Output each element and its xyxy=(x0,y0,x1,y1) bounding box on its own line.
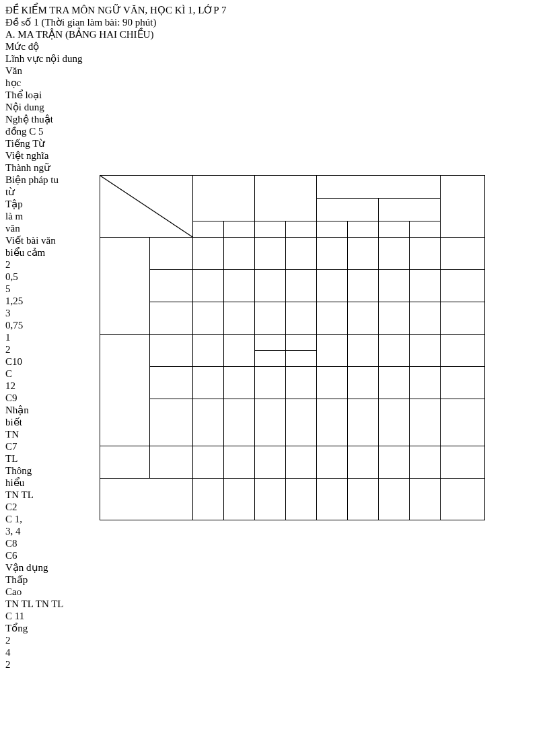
body-cell xyxy=(224,238,255,270)
body-cell xyxy=(193,335,224,367)
text-line: Tổng xyxy=(5,622,544,634)
body-cell xyxy=(348,270,379,302)
body-cell xyxy=(379,302,410,335)
text-line: Nghệ thuật xyxy=(5,113,544,125)
diagonal-header-cell xyxy=(100,176,193,238)
body-cell xyxy=(150,270,193,302)
text-line: C 11 xyxy=(5,610,544,622)
body-cell xyxy=(317,479,348,520)
body-cell xyxy=(193,446,224,479)
text-line: Thể loại xyxy=(5,89,544,101)
text-line: Việt nghĩa xyxy=(5,149,544,162)
body-cell xyxy=(224,479,255,520)
page-title: ĐỀ KIỂM TRA MÔN NGỮ VĂN, HỌC KÌ 1, LỚP 7 xyxy=(5,4,544,16)
header-cell xyxy=(379,199,441,221)
body-cell xyxy=(286,367,317,399)
body-cell xyxy=(379,479,410,520)
body-cell xyxy=(441,302,485,335)
body-cell xyxy=(255,446,286,479)
header-cell xyxy=(286,221,317,238)
body-cell xyxy=(286,302,317,335)
body-cell xyxy=(255,238,286,270)
body-cell xyxy=(379,367,410,399)
body-cell xyxy=(286,479,317,520)
body-cell xyxy=(410,238,441,270)
body-cell xyxy=(348,335,379,367)
body-cell xyxy=(379,446,410,479)
matrix-table xyxy=(100,175,485,520)
body-cell xyxy=(348,302,379,335)
row-group-cell xyxy=(100,446,150,479)
text-line: Nội dung xyxy=(5,101,544,113)
body-cell xyxy=(193,302,224,335)
text-line: 2 xyxy=(5,634,544,646)
body-cell xyxy=(286,335,317,351)
body-cell xyxy=(224,367,255,399)
body-cell xyxy=(410,270,441,302)
body-cell xyxy=(286,238,317,270)
body-cell xyxy=(410,335,441,367)
text-line: C6 xyxy=(5,549,544,561)
section-a: A. MA TRẬN (BẢNG HAI CHIỀU) xyxy=(5,28,544,40)
body-cell xyxy=(410,302,441,335)
body-cell xyxy=(286,351,317,367)
body-cell xyxy=(150,367,193,399)
body-cell xyxy=(224,270,255,302)
header-cell xyxy=(224,221,255,238)
body-cell xyxy=(410,446,441,479)
text-line: 2 xyxy=(5,658,544,671)
header-cell xyxy=(317,176,441,199)
header-cell xyxy=(193,176,255,221)
body-cell xyxy=(410,399,441,446)
body-cell xyxy=(193,479,224,520)
body-cell xyxy=(441,238,485,270)
body-cell xyxy=(150,302,193,335)
body-cell xyxy=(379,399,410,446)
body-cell xyxy=(224,335,255,367)
row-group-cell xyxy=(100,238,150,335)
body-cell xyxy=(286,446,317,479)
text-line: TN TL TN TL xyxy=(5,598,544,610)
header-cell xyxy=(410,221,441,238)
body-cell xyxy=(379,238,410,270)
diagonal-line-icon xyxy=(100,176,192,237)
body-cell xyxy=(441,367,485,399)
body-cell xyxy=(317,270,348,302)
body-cell xyxy=(193,238,224,270)
body-cell xyxy=(317,335,348,367)
header-cell xyxy=(441,176,485,238)
text-line: 4 xyxy=(5,646,544,658)
body-cell xyxy=(255,399,286,446)
body-cell xyxy=(379,335,410,367)
text-line: Vận dụng xyxy=(5,561,544,574)
body-cell xyxy=(348,446,379,479)
body-cell xyxy=(441,479,485,520)
body-cell xyxy=(441,335,485,367)
body-cell xyxy=(193,270,224,302)
body-cell xyxy=(348,367,379,399)
body-cell xyxy=(379,270,410,302)
header-cell xyxy=(317,221,348,238)
header-cell xyxy=(255,176,317,221)
body-cell xyxy=(286,399,317,446)
svg-line-0 xyxy=(100,176,192,237)
body-cell xyxy=(255,335,286,351)
body-cell xyxy=(348,238,379,270)
body-cell xyxy=(224,446,255,479)
body-cell xyxy=(348,479,379,520)
body-cell xyxy=(317,446,348,479)
body-cell xyxy=(255,302,286,335)
body-cell xyxy=(441,399,485,446)
text-line: đồng C 5 xyxy=(5,125,544,137)
text-line: học xyxy=(5,77,544,89)
text-line: Văn xyxy=(5,65,544,77)
body-cell xyxy=(224,399,255,446)
header-cell xyxy=(379,221,410,238)
header-cell xyxy=(317,199,379,221)
body-cell xyxy=(150,399,193,446)
total-label-cell xyxy=(100,479,193,520)
body-cell xyxy=(255,367,286,399)
body-cell xyxy=(224,302,255,335)
text-line: Tiếng Từ xyxy=(5,137,544,149)
text-line: C8 xyxy=(5,537,544,549)
